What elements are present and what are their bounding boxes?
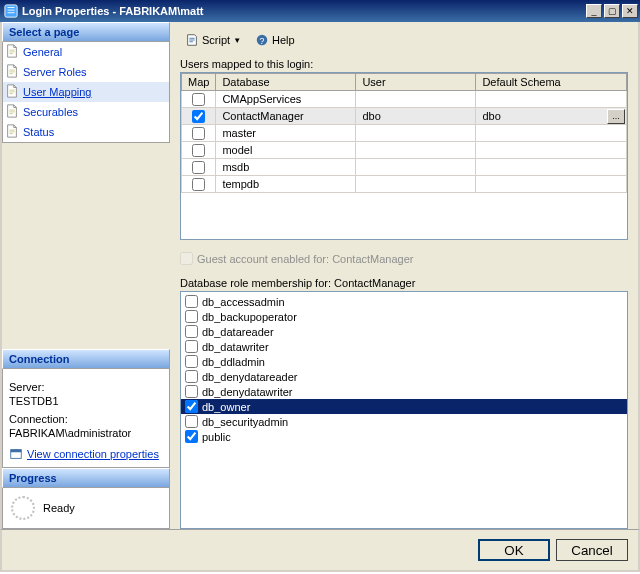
left-panel: Select a page GeneralServer RolesUser Ma… [2,22,170,529]
role-item[interactable]: public [181,429,627,444]
map-checkbox[interactable] [192,110,205,123]
right-panel: Script ▼ ? Help Users mapped to this log… [170,22,638,529]
view-connection-properties-link[interactable]: View connection properties [9,447,163,461]
sidebar-item-user-mapping[interactable]: User Mapping [3,82,169,102]
col-map[interactable]: Map [182,74,216,91]
progress-panel: Ready [2,488,170,529]
role-label: db_ddladmin [202,356,265,368]
sidebar-item-label: Server Roles [23,66,87,78]
database-cell: CMAppServices [216,91,356,108]
role-checkbox[interactable] [185,325,198,338]
map-checkbox[interactable] [192,93,205,106]
ok-button[interactable]: OK [478,539,550,561]
role-label: db_accessadmin [202,296,285,308]
sidebar-item-general[interactable]: General [3,42,169,62]
page-icon [5,44,19,60]
role-checkbox[interactable] [185,340,198,353]
guest-label: Guest account enabled for: ContactManage… [197,253,413,265]
database-cell: master [216,125,356,142]
table-row[interactable]: CMAppServices [182,91,627,108]
role-label: db_backupoperator [202,311,297,323]
sidebar-item-securables[interactable]: Securables [3,102,169,122]
schema-cell [476,125,627,142]
connection-header: Connection [2,349,170,369]
col-schema[interactable]: Default Schema [476,74,627,91]
svg-rect-0 [5,5,17,17]
role-item[interactable]: db_backupoperator [181,309,627,324]
role-item[interactable]: db_owner [181,399,627,414]
map-checkbox[interactable] [192,144,205,157]
table-row[interactable]: msdb [182,159,627,176]
role-checkbox[interactable] [185,415,198,428]
role-label: public [202,431,231,443]
map-checkbox[interactable] [192,178,205,191]
role-item[interactable]: db_ddladmin [181,354,627,369]
sidebar-item-label: Securables [23,106,78,118]
role-checkbox[interactable] [185,370,198,383]
schema-browse-button[interactable]: ... [607,109,625,124]
table-row[interactable]: ContactManagerdbodbo... [182,108,627,125]
role-item[interactable]: db_denydatawriter [181,384,627,399]
page-icon [5,104,19,120]
role-label: db_datawriter [202,341,269,353]
col-database[interactable]: Database [216,74,356,91]
database-cell: tempdb [216,176,356,193]
role-checkbox[interactable] [185,355,198,368]
sidebar-item-label: Status [23,126,54,138]
table-row[interactable]: model [182,142,627,159]
server-value: TESTDB1 [9,395,163,407]
user-cell [356,142,476,159]
map-checkbox[interactable] [192,161,205,174]
role-checkbox[interactable] [185,430,198,443]
window-title: Login Properties - FABRIKAM\matt [22,5,584,17]
role-item[interactable]: db_datareader [181,324,627,339]
col-user[interactable]: User [356,74,476,91]
role-item[interactable]: db_datawriter [181,339,627,354]
role-label: db_denydatareader [202,371,297,383]
roles-label: Database role membership for: ContactMan… [180,277,628,289]
user-cell [356,176,476,193]
users-mapped-label: Users mapped to this login: [180,58,628,70]
page-icon [5,84,19,100]
progress-header: Progress [2,468,170,488]
user-cell [356,159,476,176]
sidebar-item-label: User Mapping [23,86,91,98]
maximize-button[interactable]: ▢ [604,4,620,18]
role-item[interactable]: db_securityadmin [181,414,627,429]
guest-checkbox-input [180,252,193,265]
connection-panel: Server: TESTDB1 Connection: FABRIKAM\adm… [2,369,170,468]
close-button[interactable]: ✕ [622,4,638,18]
role-item[interactable]: db_denydatareader [181,369,627,384]
role-item[interactable]: db_accessadmin [181,294,627,309]
footer: OK Cancel [0,529,640,572]
sidebar-item-status[interactable]: Status [3,122,169,142]
sidebar-item-server-roles[interactable]: Server Roles [3,62,169,82]
titlebar: Login Properties - FABRIKAM\matt _ ▢ ✕ [0,0,640,22]
page-icon [5,64,19,80]
database-cell: msdb [216,159,356,176]
role-checkbox[interactable] [185,400,198,413]
window-buttons: _ ▢ ✕ [584,4,638,18]
view-connection-properties-label: View connection properties [27,448,159,460]
progress-status: Ready [43,502,75,514]
help-label: Help [272,34,295,46]
map-checkbox[interactable] [192,127,205,140]
pages-header: Select a page [2,22,170,42]
role-checkbox[interactable] [185,310,198,323]
role-checkbox[interactable] [185,295,198,308]
role-checkbox[interactable] [185,385,198,398]
minimize-button[interactable]: _ [586,4,602,18]
svg-rect-2 [11,450,22,453]
users-mapped-grid[interactable]: Map Database User Default Schema CMAppSe… [180,72,628,240]
table-row[interactable]: tempdb [182,176,627,193]
page-icon [5,124,19,140]
role-label: db_datareader [202,326,274,338]
content-frame: Select a page GeneralServer RolesUser Ma… [0,22,640,529]
script-button[interactable]: Script ▼ [180,30,246,50]
cancel-button[interactable]: Cancel [556,539,628,561]
roles-list[interactable]: db_accessadmindb_backupoperatordb_datare… [180,291,628,529]
role-label: db_owner [202,401,250,413]
table-row[interactable]: master [182,125,627,142]
app-icon [4,4,18,18]
help-button[interactable]: ? Help [250,30,300,50]
